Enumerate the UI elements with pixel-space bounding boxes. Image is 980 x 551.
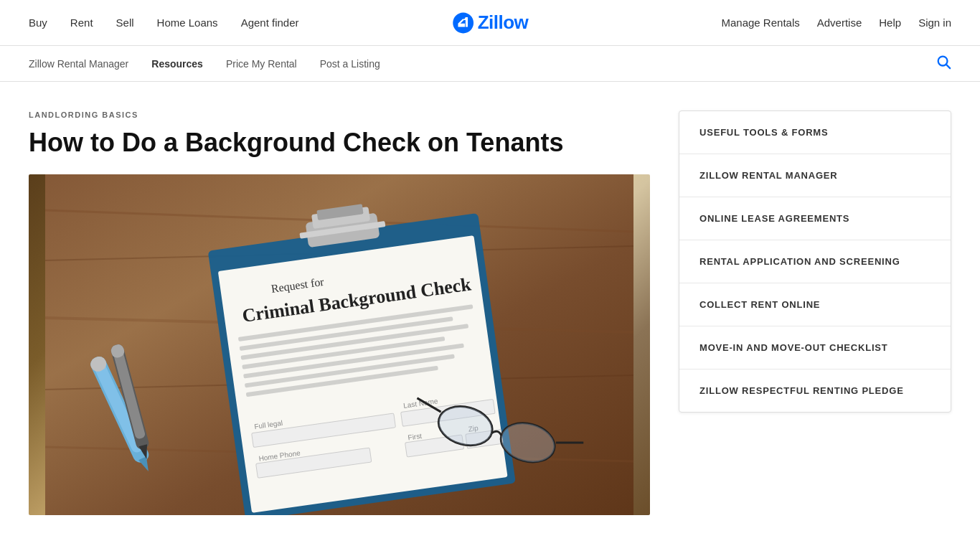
sidebar-card: USEFUL TOOLS & FORMS ZILLOW RENTAL MANAG… [679, 110, 951, 413]
nav-home-loans[interactable]: Home Loans [157, 17, 218, 29]
nav-post-a-listing[interactable]: Post a Listing [320, 58, 380, 70]
article-section: LANDLORDING BASICS How to Do a Backgroun… [29, 110, 650, 515]
nav-manage-rentals[interactable]: Manage Rentals [722, 17, 800, 29]
background-texture: Request for Criminal Background Check Fu… [29, 174, 650, 515]
sidebar-item-checklist[interactable]: MOVE-IN AND MOVE-OUT CHECKLIST [679, 326, 951, 369]
search-icon [936, 54, 951, 70]
search-button[interactable] [936, 54, 951, 73]
nav-buy[interactable]: Buy [29, 17, 47, 29]
top-navigation: Buy Rent Sell Home Loans Agent finder Zi… [0, 0, 980, 46]
nav-rent[interactable]: Rent [70, 17, 93, 29]
zillow-z-icon [452, 11, 475, 34]
top-nav-left: Buy Rent Sell Home Loans Agent finder [29, 17, 299, 29]
category-label: LANDLORDING BASICS [29, 110, 650, 119]
secondary-nav-left: Zillow Rental Manager Resources Price My… [29, 58, 380, 70]
nav-help[interactable]: Help [879, 17, 901, 29]
sidebar-item-collect-rent[interactable]: COLLECT RENT ONLINE [679, 283, 951, 326]
nav-agent-finder[interactable]: Agent finder [241, 17, 299, 29]
nav-sell[interactable]: Sell [116, 17, 134, 29]
sidebar-item-label: ZILLOW RENTAL MANAGER [699, 170, 930, 181]
sidebar-item-label: USEFUL TOOLS & FORMS [699, 127, 930, 138]
sidebar-item-lease-agreements[interactable]: ONLINE LEASE AGREEMENTS [679, 197, 951, 240]
nav-advertise[interactable]: Advertise [817, 17, 862, 29]
nav-zillow-rental-manager[interactable]: Zillow Rental Manager [29, 58, 128, 70]
sidebar-item-label: COLLECT RENT ONLINE [699, 299, 930, 310]
sidebar-item-label: RENTAL APPLICATION AND SCREENING [699, 256, 930, 267]
sidebar-item-label: ONLINE LEASE AGREEMENTS [699, 213, 930, 224]
secondary-navigation: Zillow Rental Manager Resources Price My… [0, 46, 980, 82]
sidebar-item-rental-application[interactable]: RENTAL APPLICATION AND SCREENING [679, 240, 951, 283]
main-content: LANDLORDING BASICS How to Do a Backgroun… [0, 82, 980, 544]
top-nav-right: Manage Rentals Advertise Help Sign in [722, 17, 952, 29]
logo-text: Zillow [478, 11, 529, 34]
zillow-logo[interactable]: Zillow [452, 11, 529, 34]
svg-line-1 [946, 65, 950, 68]
nav-price-my-rental[interactable]: Price My Rental [226, 58, 297, 70]
sidebar-item-renting-pledge[interactable]: ZILLOW RESPECTFUL RENTING PLEDGE [679, 369, 951, 412]
sidebar-item-label: MOVE-IN AND MOVE-OUT CHECKLIST [699, 342, 930, 353]
sidebar: USEFUL TOOLS & FORMS ZILLOW RENTAL MANAG… [679, 110, 951, 515]
image-placeholder: Request for Criminal Background Check Fu… [29, 174, 650, 515]
sidebar-item-label: ZILLOW RESPECTFUL RENTING PLEDGE [699, 385, 930, 396]
sidebar-item-useful-tools[interactable]: USEFUL TOOLS & FORMS [679, 111, 951, 154]
article-image: Request for Criminal Background Check Fu… [29, 174, 650, 515]
nav-resources[interactable]: Resources [151, 58, 203, 70]
article-title: How to Do a Background Check on Tenants [29, 128, 650, 157]
sidebar-item-rental-manager[interactable]: ZILLOW RENTAL MANAGER [679, 154, 951, 197]
nav-sign-in[interactable]: Sign in [918, 17, 951, 29]
